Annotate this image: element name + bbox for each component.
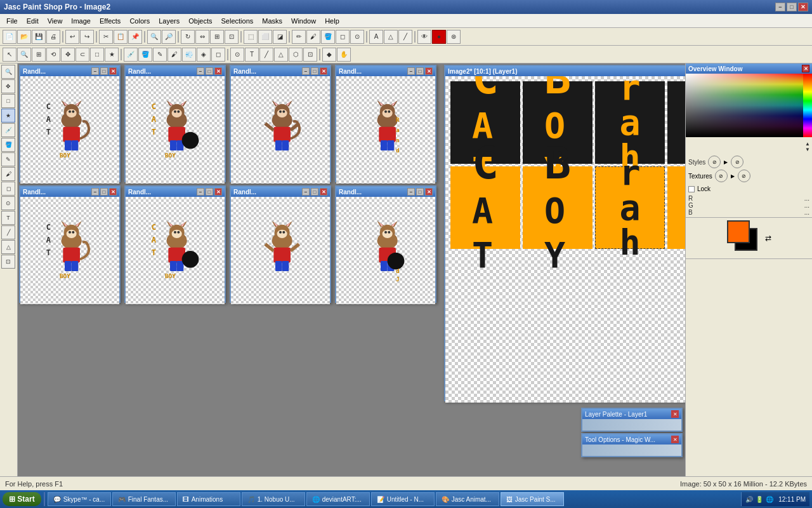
mdi-titlebar-4[interactable]: Randl... − □ ✕: [336, 66, 435, 76]
crop-btn[interactable]: ⊡: [225, 30, 239, 44]
mdi-max-6[interactable]: □: [206, 188, 213, 196]
save-btn[interactable]: 💾: [32, 30, 46, 44]
tool2-erasetool[interactable]: ◻: [211, 48, 225, 62]
menu-effects[interactable]: Effects: [96, 16, 124, 26]
tool2-draw[interactable]: ╱: [259, 48, 273, 62]
mdi-max-2[interactable]: □: [206, 67, 213, 75]
menu-masks[interactable]: Masks: [258, 16, 286, 26]
mdi-titlebar-5[interactable]: Randl... − □ ✕: [20, 187, 119, 197]
tool-line[interactable]: ╱: [1, 225, 15, 239]
taskbar-skype[interactable]: 💬 Skype™ - ca...: [48, 492, 111, 506]
mdi-min-3[interactable]: −: [302, 67, 310, 75]
flip-btn[interactable]: ⇔: [195, 30, 209, 44]
cut-btn[interactable]: ✂: [99, 30, 113, 44]
mdi-min-5[interactable]: −: [91, 188, 99, 196]
color-gradient[interactable]: [686, 74, 812, 137]
mdi-close-5[interactable]: ✕: [109, 188, 117, 196]
menu-window[interactable]: Window: [287, 16, 320, 26]
tool2-airbrush[interactable]: 💨: [182, 48, 196, 62]
tool2-pan[interactable]: ✋: [337, 48, 351, 62]
tool-move[interactable]: ✥: [1, 79, 15, 93]
desel-btn[interactable]: ⬜: [258, 30, 272, 44]
arrow-up[interactable]: ▲: [805, 141, 810, 147]
overview-close[interactable]: ✕: [802, 65, 809, 72]
mdi-min-2[interactable]: −: [197, 67, 204, 75]
shapes-btn[interactable]: △: [384, 30, 398, 44]
menu-image[interactable]: Image: [67, 16, 95, 26]
tool-pencil[interactable]: ✎: [1, 152, 15, 166]
menu-file[interactable]: File: [3, 16, 22, 26]
mdi-titlebar-3[interactable]: Randl... − □ ✕: [231, 66, 330, 76]
mdi-max-1[interactable]: □: [100, 67, 108, 75]
undo-btn[interactable]: ↩: [65, 30, 79, 44]
tool2-rect[interactable]: □: [90, 48, 104, 62]
tray-icon-3[interactable]: 🌐: [766, 496, 773, 503]
tool-options-close[interactable]: ✕: [671, 436, 679, 443]
mdi-close-8[interactable]: ✕: [425, 188, 433, 196]
tool2-clone2[interactable]: ⊙: [230, 48, 244, 62]
hue-strip[interactable]: [803, 74, 812, 137]
tool2-node[interactable]: ◆: [322, 48, 336, 62]
resize-btn[interactable]: ⊞: [210, 30, 224, 44]
mdi-titlebar-2[interactable]: Randl... − □ ✕: [126, 66, 225, 76]
open-btn[interactable]: 📂: [17, 30, 31, 44]
tool2-retouch[interactable]: ◈: [197, 48, 211, 62]
mdi-max-7[interactable]: □: [311, 188, 318, 196]
mdi-titlebar-1[interactable]: Randl... − □ ✕: [20, 66, 119, 76]
mdi-titlebar-6[interactable]: Randl... − □ ✕: [126, 187, 225, 197]
paste-btn[interactable]: 📌: [128, 30, 142, 44]
tool-eraser[interactable]: ◻: [1, 182, 15, 196]
menu-selections[interactable]: Selections: [218, 16, 258, 26]
redo-btn[interactable]: ↪: [80, 30, 94, 44]
tool-clone[interactable]: ⊙: [1, 196, 15, 210]
print-btn[interactable]: 🖨: [46, 30, 60, 44]
tool2-grid[interactable]: ⊞: [32, 48, 46, 62]
tool2-arrow[interactable]: ↖: [3, 48, 16, 62]
taskbar-nobuo[interactable]: 🎵 1. Nobuo U...: [242, 492, 305, 506]
mdi-min-4[interactable]: −: [407, 67, 415, 75]
mdi-close-1[interactable]: ✕: [109, 67, 117, 75]
mdi-close-6[interactable]: ✕: [214, 188, 222, 196]
clone-btn[interactable]: ⊙: [350, 30, 364, 44]
tool2-deform[interactable]: ⬡: [289, 48, 303, 62]
menu-edit[interactable]: Edit: [23, 16, 43, 26]
mdi-titlebar-8[interactable]: Randl... − □ ✕: [336, 187, 435, 197]
layer-palette-close[interactable]: ✕: [671, 410, 679, 418]
copy-btn[interactable]: 📋: [114, 30, 128, 44]
taskbar-deviantart[interactable]: 🌐 deviantART:...: [306, 492, 370, 506]
tool2-move[interactable]: ✥: [61, 48, 75, 62]
tool2-transform[interactable]: ⟲: [46, 48, 60, 62]
color-eye-btn[interactable]: 👁: [417, 30, 431, 44]
taskbar-untitled[interactable]: 📝 Untitled - N...: [371, 492, 435, 506]
tool2-pencil[interactable]: ✎: [153, 48, 167, 62]
maximize-button[interactable]: □: [787, 3, 797, 11]
menu-view[interactable]: View: [44, 16, 67, 26]
tool2-lasso[interactable]: ⊂: [75, 48, 89, 62]
texture-none-icon2[interactable]: ⊘: [738, 170, 750, 182]
taskbar-animations[interactable]: 🎞 Animations: [177, 492, 240, 506]
tool-shape[interactable]: △: [1, 240, 15, 254]
tool2-paintbucket[interactable]: 🪣: [138, 48, 152, 62]
zoom-in-btn[interactable]: 🔍: [147, 30, 161, 44]
texture-none-icon[interactable]: ⊘: [715, 170, 728, 182]
lock-checkbox[interactable]: [688, 186, 695, 192]
pen-btn[interactable]: ✏: [292, 30, 306, 44]
tool-select[interactable]: □: [1, 94, 15, 108]
color-picker-area[interactable]: ▲ ▼: [686, 74, 812, 156]
tool-magic-wand[interactable]: ★: [1, 109, 15, 123]
mdi-close-4[interactable]: ✕: [425, 67, 433, 75]
start-button[interactable]: ⊞ Start: [3, 492, 41, 506]
arrow-down[interactable]: ▼: [805, 147, 810, 152]
line-btn[interactable]: ╱: [398, 30, 412, 44]
fill-btn[interactable]: 🪣: [321, 30, 335, 44]
tool2-crop2[interactable]: ⊡: [303, 48, 317, 62]
tool2-zoom[interactable]: 🔍: [17, 48, 31, 62]
tool-crop[interactable]: ⊡: [1, 255, 15, 269]
invert-btn[interactable]: ◪: [273, 30, 287, 44]
mdi-min-8[interactable]: −: [407, 188, 415, 196]
tool2-wand[interactable]: ★: [105, 48, 119, 62]
tool2-brush2[interactable]: 🖌: [167, 48, 181, 62]
tool-fill[interactable]: 🪣: [1, 138, 15, 152]
mdi-max-8[interactable]: □: [416, 188, 424, 196]
tool2-eyedrop[interactable]: 💉: [124, 48, 138, 62]
